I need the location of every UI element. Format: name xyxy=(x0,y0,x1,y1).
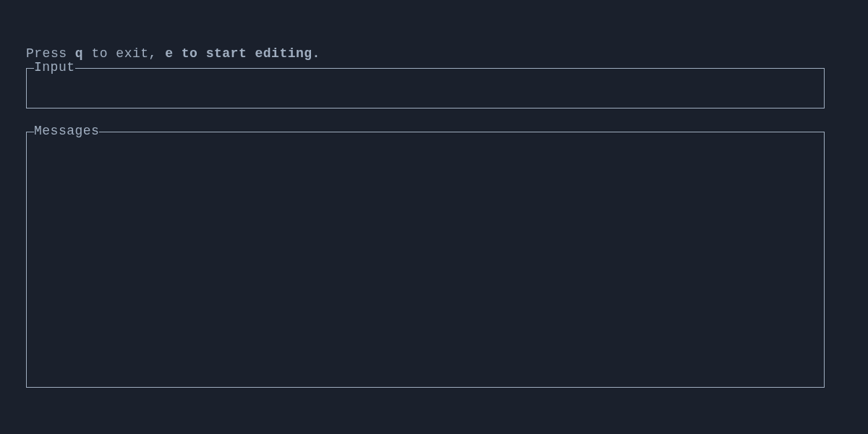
keybind-hint: Press q to exit, e to start editing. xyxy=(26,46,825,61)
messages-panel-body xyxy=(27,132,824,387)
messages-panel: Messages xyxy=(26,132,825,388)
input-field[interactable] xyxy=(35,75,815,102)
input-panel-body xyxy=(27,69,824,108)
messages-panel-label: Messages xyxy=(34,124,99,138)
hint-key-quit: q xyxy=(75,46,83,61)
hint-text-prefix: Press xyxy=(26,46,75,61)
hint-text-suffix: to start editing. xyxy=(173,46,320,61)
app-root: Press q to exit, e to start editing. Inp… xyxy=(0,0,868,388)
input-panel: Input xyxy=(26,68,825,109)
hint-key-edit: e xyxy=(165,46,173,61)
hint-text-mid: to exit, xyxy=(83,46,165,61)
input-panel-label: Input xyxy=(34,60,75,75)
